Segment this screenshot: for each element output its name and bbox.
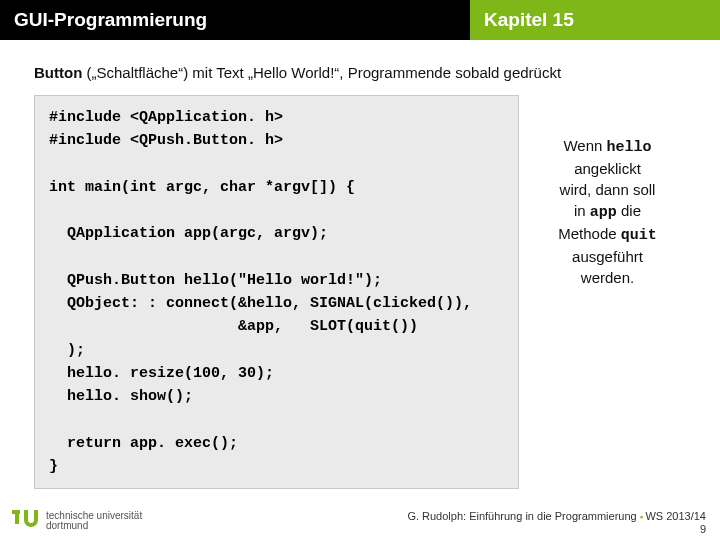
footer-right: G. Rudolph: Einführung in die Programmie…: [407, 510, 706, 536]
uni-line-2: dortmund: [46, 521, 142, 532]
side-text: die: [617, 202, 641, 219]
intro-bold: Button: [34, 64, 82, 81]
footer-credit: G. Rudolph: Einführung in die Programmie…: [407, 510, 636, 522]
tu-logo-text: technische universität dortmund: [46, 511, 142, 532]
side-line-3: wird, dann soll: [531, 179, 684, 200]
side-line-2: angeklickt: [531, 158, 684, 179]
tu-logo-icon: [10, 506, 40, 536]
header-title-left: GUI-Programmierung: [0, 9, 207, 31]
footer-semester: WS 2013/14: [645, 510, 706, 522]
side-line-5: Methode quit: [531, 223, 684, 246]
side-text: Methode: [558, 225, 621, 242]
side-line-4: in app die: [531, 200, 684, 223]
side-mono-hello: hello: [607, 139, 652, 156]
footer-credit-line: G. Rudolph: Einführung in die Programmie…: [407, 510, 706, 523]
main-row: #include <QApplication. h> #include <QPu…: [34, 95, 686, 489]
side-line-7: werden.: [531, 267, 684, 288]
header-bar: GUI-Programmierung Kapitel 15: [0, 0, 720, 40]
svg-rect-1: [15, 510, 19, 524]
side-text: in: [574, 202, 590, 219]
side-line-6: ausgeführt: [531, 246, 684, 267]
side-text: Wenn: [563, 137, 606, 154]
header-title-right: Kapitel 15: [470, 0, 720, 40]
side-line-1: Wenn hello: [531, 135, 684, 158]
footer: technische universität dortmund G. Rudol…: [0, 498, 720, 540]
intro-rest: („Schaltfläche“) mit Text „Hello World!“…: [82, 64, 561, 81]
side-mono-quit: quit: [621, 227, 657, 244]
slide-content: Button („Schaltfläche“) mit Text „Hello …: [0, 40, 720, 489]
footer-page: 9: [407, 523, 706, 536]
side-note: Wenn hello angeklickt wird, dann soll in…: [529, 95, 686, 288]
intro-text: Button („Schaltfläche“) mit Text „Hello …: [34, 64, 686, 81]
code-block: #include <QApplication. h> #include <QPu…: [34, 95, 519, 489]
side-mono-app: app: [590, 204, 617, 221]
tu-logo: technische universität dortmund: [10, 506, 142, 536]
